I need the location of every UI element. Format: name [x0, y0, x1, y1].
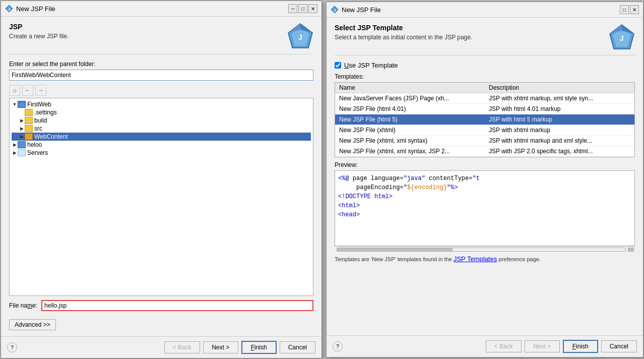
- window-controls-left: ─ □ ✕: [288, 4, 317, 13]
- dialog-footer-left: ? < Back Next > Finish Cancel: [1, 336, 321, 358]
- footer-note-text: Templates are 'New JSP' templates found …: [335, 254, 454, 264]
- folder-icon-build: [25, 117, 33, 124]
- project-icon-heloo: [18, 141, 26, 148]
- tree-label-heloo: heloo: [27, 141, 42, 148]
- cell-description: JSP with html 4.01 markup: [485, 104, 634, 114]
- table-row[interactable]: New JSP File (html 5)JSP with html 5 mar…: [335, 114, 634, 125]
- svg-text:J: J: [334, 8, 336, 13]
- preview-hscroll[interactable]: [335, 246, 635, 252]
- dialog-title-left: New JSP File: [16, 5, 285, 13]
- dialog-header-left: JSP Create a new JSP file. J: [9, 23, 313, 54]
- template-table-container[interactable]: Name Description New JavaServer Faces (J…: [335, 82, 635, 157]
- next-button-right[interactable]: Next >: [525, 340, 560, 352]
- tree-label-build: build: [34, 117, 47, 124]
- title-bar-left: J New JSP File ─ □ ✕: [1, 1, 321, 17]
- tree-item-src[interactable]: ▶ src: [12, 125, 311, 133]
- cell-description: JSP with html 5 markup: [485, 114, 634, 125]
- restore-btn-right[interactable]: □: [620, 5, 629, 14]
- code-line-1: <%@ page language="java" contentType="t: [338, 174, 631, 183]
- close-btn-right[interactable]: ✕: [630, 5, 639, 14]
- svg-text:J: J: [298, 33, 302, 41]
- template-table: Name Description New JavaServer Faces (J…: [335, 83, 634, 157]
- svg-rect-7: [18, 102, 25, 107]
- tree-item-servers[interactable]: ▶ Servers: [12, 149, 311, 157]
- code-line-2: pageEncoding="${encoding}"%>: [338, 183, 631, 192]
- folder-icon-src: [25, 125, 33, 132]
- new-jsp-dialog-left: J New JSP File ─ □ ✕ JSP Create a new JS…: [1, 1, 322, 358]
- cell-description: JSP with xhtml markup, xml style syn...: [485, 93, 634, 104]
- header-title-right: Select JSP Template: [335, 24, 604, 32]
- table-row[interactable]: New JSP File (html 4.01)JSP with html 4.…: [335, 104, 634, 114]
- cancel-button-right[interactable]: Cancel: [601, 340, 637, 352]
- dialog-icon-left: J: [5, 5, 13, 13]
- finish-label-left: Finish: [251, 344, 267, 351]
- server-icon-servers: [18, 149, 26, 156]
- tree-item-webcontent[interactable]: ▶ WebContent: [12, 133, 311, 141]
- tree-label-settings: .settings: [34, 109, 57, 116]
- table-row[interactable]: New JavaServer Faces (JSF) Page (xh...JS…: [335, 93, 634, 104]
- use-template-checkbox[interactable]: [335, 62, 341, 69]
- templates-label: Templates:: [335, 73, 635, 80]
- svg-rect-8: [18, 101, 21, 103]
- preview-label: Preview:: [335, 161, 635, 168]
- expand-servers: ▶: [12, 150, 18, 155]
- cancel-button-left[interactable]: Cancel: [280, 341, 315, 353]
- col-description: Description: [485, 83, 634, 93]
- folder-tree[interactable]: ▼ FirstWeb .settings ▶ build: [9, 98, 313, 296]
- jsp-gem-icon-right: J: [609, 24, 635, 50]
- use-template-label-text: Use JSP Template: [344, 62, 398, 69]
- table-header-row: Name Description: [335, 83, 634, 93]
- expand-settings: [19, 110, 25, 115]
- tree-item-settings[interactable]: .settings: [12, 108, 311, 116]
- tree-label-src: src: [34, 125, 42, 132]
- svg-text:J: J: [8, 7, 10, 12]
- back-btn[interactable]: ←: [22, 85, 33, 96]
- tree-label-servers: Servers: [27, 149, 48, 156]
- table-row[interactable]: New JSP File (xhtml)JSP with xhtml marku…: [335, 125, 634, 136]
- expand-heloo: ▶: [12, 142, 18, 147]
- forward-btn[interactable]: →: [35, 85, 46, 96]
- next-button-left[interactable]: Next >: [203, 341, 238, 353]
- dialog-footer-right: ? < Back Next > Finish Cancel: [327, 335, 643, 357]
- tree-toolbar: ⌂ ← →: [9, 85, 313, 96]
- folder-input[interactable]: [9, 70, 313, 81]
- back-button-right[interactable]: < Back: [486, 340, 522, 352]
- help-button-right[interactable]: ?: [333, 341, 343, 351]
- finish-button-left[interactable]: Finish: [241, 341, 277, 354]
- minimize-btn-left[interactable]: ─: [288, 4, 297, 13]
- code-line-5: <head>: [338, 210, 631, 219]
- tree-item-firstweb[interactable]: ▼ FirstWeb: [12, 100, 311, 108]
- dialog-title-right: New JSP File: [342, 6, 617, 14]
- cell-name: New JSP File (html 4.01): [335, 104, 485, 114]
- dialog-icon-right: J: [331, 6, 339, 14]
- use-template-label[interactable]: Use JSP Template: [344, 62, 398, 69]
- cell-description: JSP with JSP 2.0 specific tags, xhtml...: [485, 146, 634, 157]
- filename-label: File name:: [9, 302, 37, 309]
- title-bar-right: J New JSP File □ ✕: [327, 2, 643, 18]
- preview-box[interactable]: <%@ page language="java" contentType="t …: [335, 170, 635, 246]
- new-jsp-dialog-right: J New JSP File □ ✕ Select JSP Template S…: [326, 2, 643, 357]
- filename-label-text: File name:: [9, 302, 37, 309]
- code-line-3: <!DOCTYPE html>: [338, 192, 631, 201]
- advanced-button[interactable]: Advanced >>: [9, 319, 56, 330]
- cell-name: New JSP File (xhtml): [335, 125, 485, 136]
- back-button-left[interactable]: < Back: [164, 341, 200, 353]
- restore-btn-left[interactable]: □: [298, 4, 307, 13]
- header-subtitle-right: Select a template as initial content in …: [335, 34, 604, 41]
- tree-item-build[interactable]: ▶ build: [12, 116, 311, 125]
- close-btn-left[interactable]: ✕: [308, 4, 317, 13]
- help-button-left[interactable]: ?: [7, 342, 17, 352]
- jsp-templates-link[interactable]: JSP Templates: [454, 255, 497, 263]
- expand-build: ▶: [19, 118, 25, 123]
- finish-button-right[interactable]: Finish: [563, 340, 598, 353]
- filename-input[interactable]: [41, 300, 313, 311]
- table-row[interactable]: New JSP File (xhtml, xml syntax, JSP 2..…: [335, 146, 634, 157]
- window-controls-right: □ ✕: [620, 5, 639, 14]
- tree-item-heloo[interactable]: ▶ heloo: [12, 141, 311, 149]
- cell-name: New JavaServer Faces (JSF) Page (xh...: [335, 93, 485, 104]
- tree-label-webcontent: WebContent: [34, 133, 68, 140]
- header-text-left: JSP Create a new JSP file.: [9, 23, 282, 40]
- cell-name: New JSP File (html 5): [335, 114, 485, 125]
- table-row[interactable]: New JSP File (xhtml, xml syntax)JSP with…: [335, 136, 634, 146]
- home-btn[interactable]: ⌂: [9, 85, 20, 96]
